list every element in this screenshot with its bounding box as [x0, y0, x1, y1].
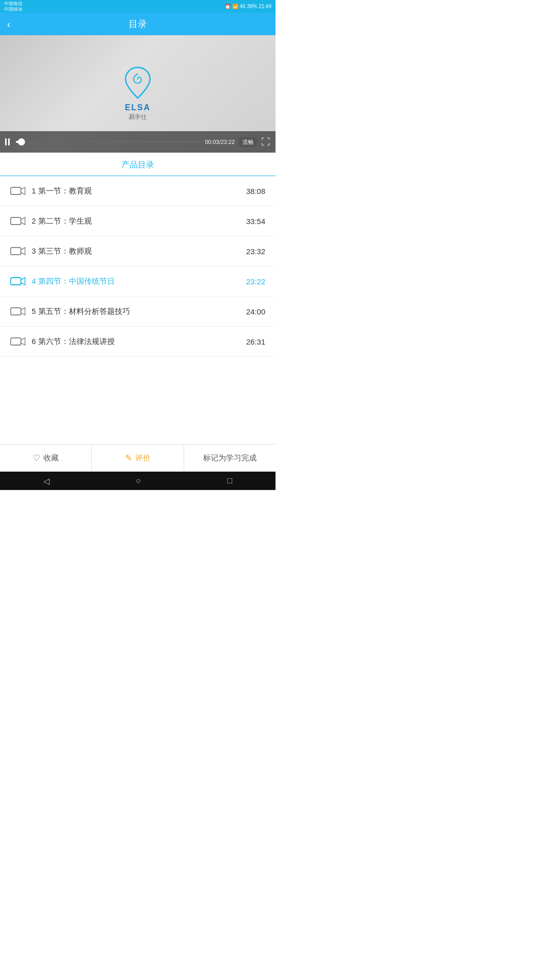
pause-bar-right [8, 138, 10, 145]
video-controls: 00:03/23:22 流畅 ⛶ [0, 131, 276, 153]
fullscreen-button[interactable]: ⛶ [261, 137, 270, 148]
pause-button[interactable] [5, 138, 10, 145]
signal-label: 46 [240, 4, 245, 9]
video-icon [10, 336, 26, 347]
section-header-title: 产品目录 [121, 160, 154, 169]
item-title: 6 第六节：法律法规讲授 [32, 337, 241, 347]
svg-marker-5 [21, 248, 25, 255]
pause-bar-left [5, 138, 7, 145]
sys-home-button[interactable]: ○ [136, 476, 141, 485]
edit-icon: ✎ [125, 453, 132, 463]
list-item[interactable]: 4 第四节：中国传统节日23:22 [0, 266, 276, 297]
svg-marker-1 [21, 187, 25, 194]
svg-marker-7 [21, 278, 25, 285]
item-title: 1 第一节：教育观 [32, 186, 241, 196]
svg-rect-2 [11, 217, 21, 225]
quality-button[interactable]: 流畅 [239, 137, 257, 147]
item-duration: 33:54 [246, 217, 265, 226]
item-duration: 26:31 [246, 337, 265, 346]
progress-track[interactable] [16, 141, 199, 143]
alarm-icon: ⏰ [224, 4, 231, 9]
item-title: 4 第四节：中国传统节日 [32, 277, 241, 286]
wifi-icon: 📶 [232, 4, 238, 9]
complete-button[interactable]: 标记为学习完成 [184, 445, 276, 472]
battery-label: 39% [247, 4, 257, 9]
elsa-logo-icon [122, 66, 153, 102]
video-player[interactable]: ELSA 易学仕 00:03/23:22 流畅 ⛶ [0, 35, 276, 153]
complete-label: 标记为学习完成 [203, 453, 257, 463]
list-item[interactable]: 6 第六节：法律法规讲授26:31 [0, 327, 276, 357]
svg-rect-4 [11, 248, 21, 255]
svg-marker-11 [21, 338, 25, 345]
elsa-sub-text: 易学仕 [129, 113, 147, 121]
video-icon [10, 276, 26, 287]
svg-rect-10 [11, 338, 21, 345]
heart-icon: ♡ [33, 453, 40, 463]
item-duration: 23:32 [246, 247, 265, 256]
favorite-label: 收藏 [43, 453, 59, 463]
item-title: 5 第五节：材料分析答题技巧 [32, 307, 241, 316]
current-time: 00:03/23:22 [205, 139, 235, 145]
status-icons: ⏰ 📶 46 39% 21:49 [224, 4, 271, 9]
video-icon [10, 215, 26, 227]
item-title: 2 第二节：学生观 [32, 216, 241, 226]
item-duration: 24:00 [246, 307, 265, 316]
carrier-info: 中国电信 中国移动 [4, 1, 22, 12]
sys-back-button[interactable]: ◁ [43, 476, 49, 486]
svg-marker-9 [21, 308, 25, 315]
svg-rect-0 [11, 187, 21, 194]
item-duration: 23:22 [246, 277, 265, 286]
progress-thumb[interactable] [18, 138, 25, 145]
back-button[interactable]: ‹ [7, 18, 11, 30]
bottom-action-bar: ♡ 收藏 ✎ 评价 标记为学习完成 [0, 444, 276, 472]
svg-marker-3 [21, 217, 25, 225]
section-header: 产品目录 [0, 153, 276, 176]
favorite-button[interactable]: ♡ 收藏 [0, 445, 92, 472]
review-button[interactable]: ✎ 评价 [92, 445, 184, 472]
status-bar: 中国电信 中国移动 ⏰ 📶 46 39% 21:49 [0, 0, 276, 13]
nav-bar: ‹ 目录 [0, 13, 276, 35]
video-icon [10, 185, 26, 197]
list-item[interactable]: 3 第三节：教师观23:32 [0, 236, 276, 266]
video-icon [10, 306, 26, 317]
video-icon [10, 246, 26, 257]
svg-rect-6 [11, 278, 21, 285]
list-item[interactable]: 1 第一节：教育观38:08 [0, 176, 276, 206]
list-item[interactable]: 2 第二节：学生观33:54 [0, 206, 276, 236]
item-title: 3 第三节：教师观 [32, 247, 241, 256]
sys-recent-button[interactable]: □ [228, 476, 233, 485]
list-item[interactable]: 5 第五节：材料分析答题技巧24:00 [0, 297, 276, 327]
elsa-brand-text: ELSA [125, 103, 151, 112]
course-list: 1 第一节：教育观38:082 第二节：学生观33:543 第三节：教师观23:… [0, 176, 276, 357]
item-duration: 38:08 [246, 187, 265, 195]
review-label: 评价 [135, 453, 151, 463]
page-title: 目录 [129, 18, 147, 30]
time-label: 21:49 [259, 4, 271, 9]
svg-rect-8 [11, 308, 21, 315]
video-logo: ELSA 易学仕 [122, 66, 153, 121]
system-nav: ◁ ○ □ [0, 472, 276, 490]
